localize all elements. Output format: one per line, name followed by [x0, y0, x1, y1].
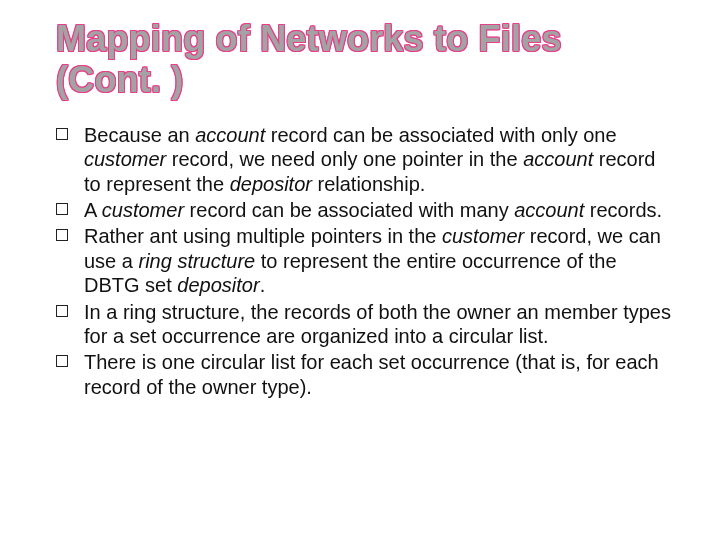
bullet-marker-icon [56, 305, 68, 317]
list-item-text: In a ring structure, the records of both… [84, 300, 672, 349]
list-item: In a ring structure, the records of both… [56, 300, 672, 349]
bullet-marker-icon [56, 229, 68, 241]
slide: Mapping of Networks to Files (Cont. ) Be… [0, 0, 720, 540]
bullet-marker-icon [56, 355, 68, 367]
list-item: Rather ant using multiple pointers in th… [56, 224, 672, 297]
list-item: Because an account record can be associa… [56, 123, 672, 196]
bullet-marker-icon [56, 203, 68, 215]
list-item: There is one circular list for each set … [56, 350, 672, 399]
list-item: A customer record can be associated with… [56, 198, 672, 222]
list-item-text: Rather ant using multiple pointers in th… [84, 224, 672, 297]
slide-title: Mapping of Networks to Files (Cont. ) [56, 18, 672, 101]
list-item-text: A customer record can be associated with… [84, 198, 672, 222]
list-item-text: There is one circular list for each set … [84, 350, 672, 399]
list-item-text: Because an account record can be associa… [84, 123, 672, 196]
bullet-marker-icon [56, 128, 68, 140]
bullet-list: Because an account record can be associa… [56, 123, 672, 399]
